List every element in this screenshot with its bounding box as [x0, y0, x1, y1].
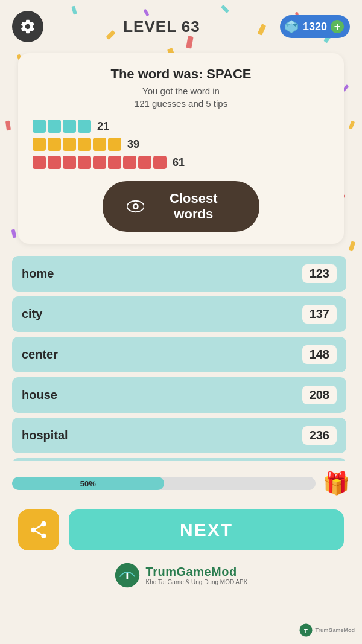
brand-small-text: TrumGameMod: [315, 627, 355, 633]
bar-block: [78, 156, 91, 169]
word-row[interactable]: house208: [12, 377, 346, 413]
bar-block: [63, 156, 76, 169]
svg-point-7: [134, 205, 137, 208]
bar-block: [123, 156, 136, 169]
brand-subtitle: Kho Tai Game & Ung Dung MOD APK: [146, 579, 248, 585]
word-score: 148: [302, 345, 337, 364]
word-text: center: [22, 348, 58, 362]
brand-logo: T: [115, 563, 140, 588]
result-card: The word was: SPACE You got the word in …: [18, 53, 344, 244]
closest-words-label: Closest words: [151, 191, 235, 222]
bar-block: [78, 138, 91, 151]
share-icon: [28, 520, 49, 540]
level-title: LEVEL 63: [123, 18, 200, 36]
bar-block: [33, 138, 46, 151]
bar-row: 61: [33, 156, 329, 169]
brand-small-logo: T: [299, 623, 313, 637]
gift-icon[interactable]: 🎁: [323, 471, 350, 496]
word-row[interactable]: home123: [12, 256, 346, 292]
bar-block: [78, 120, 91, 133]
brand-text-block: TrumGameMod Kho Tai Game & Ung Dung MOD …: [146, 565, 248, 585]
bar-row: 39: [33, 138, 329, 151]
progress-fill: 50%: [12, 477, 164, 490]
word-row[interactable]: center148: [12, 337, 346, 372]
word-text: home: [22, 267, 54, 281]
closest-words-button[interactable]: Closest words: [103, 181, 259, 232]
word-score: 236: [302, 426, 337, 445]
bar-block: [108, 156, 121, 169]
bar-block: [108, 138, 121, 151]
word-text: hospital: [22, 429, 68, 442]
branding: T TrumGameMod Kho Tai Game & Ung Dung MO…: [0, 563, 362, 588]
svg-text:T: T: [305, 627, 308, 634]
bars-container: 213961: [33, 120, 329, 169]
bar-blocks: [33, 156, 167, 169]
bar-blocks: [33, 138, 121, 151]
bar-block: [138, 156, 151, 169]
bar-block: [63, 138, 76, 151]
gems-count: 1320: [303, 21, 327, 33]
bar-blocks: [33, 120, 91, 133]
word-row[interactable]: city137: [12, 296, 346, 332]
bar-count: 61: [173, 156, 191, 169]
bar-block: [153, 156, 167, 169]
bar-count: 39: [127, 138, 145, 151]
progress-label: 50%: [80, 479, 96, 488]
result-subtitle: You got the word in 121 guesses and 5 ti…: [33, 84, 329, 110]
settings-button[interactable]: [12, 11, 43, 42]
word-row[interactable]: hospital236: [12, 418, 346, 453]
word-score: 137: [302, 305, 337, 324]
share-button[interactable]: [18, 509, 59, 550]
next-button[interactable]: NEXT: [69, 509, 344, 550]
bar-block: [33, 156, 46, 169]
eye-icon: [127, 197, 144, 216]
bar-row: 21: [33, 120, 329, 133]
word-score: 208: [302, 386, 337, 404]
bar-block: [63, 120, 76, 133]
result-title: The word was: SPACE: [33, 66, 329, 82]
bar-block: [93, 138, 106, 151]
brand-small: T TrumGameMod: [299, 623, 355, 637]
progress-section: 50% 🎁: [12, 471, 350, 496]
word-row[interactable]: theater287: [12, 458, 346, 461]
gear-icon: [19, 18, 36, 35]
plus-button[interactable]: +: [331, 20, 344, 33]
bar-count: 21: [97, 120, 115, 133]
bottom-buttons: NEXT: [18, 509, 344, 550]
bar-block: [33, 120, 46, 133]
gem-icon: [284, 19, 299, 34]
bar-block: [48, 138, 61, 151]
words-section: home123city137center148house208hospital2…: [12, 256, 350, 461]
bar-block: [48, 120, 61, 133]
header: LEVEL 63 1320 +: [0, 0, 362, 47]
words-scroll-area[interactable]: home123city137center148house208hospital2…: [12, 256, 350, 461]
word-text: city: [22, 307, 42, 321]
brand-name: TrumGameMod: [146, 565, 248, 579]
gems-badge[interactable]: 1320 +: [280, 15, 350, 38]
bar-block: [93, 156, 106, 169]
bar-block: [48, 156, 61, 169]
word-text: house: [22, 388, 57, 402]
svg-text:T: T: [124, 569, 131, 582]
word-score: 123: [302, 264, 337, 283]
progress-track: 50%: [12, 477, 316, 490]
